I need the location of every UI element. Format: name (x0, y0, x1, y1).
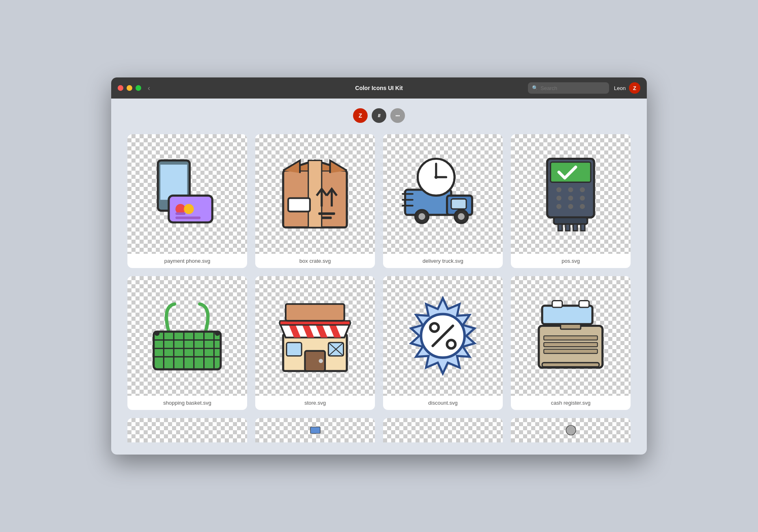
icon-canvas-payment-phone (127, 134, 247, 254)
icon-label-cash-register: cash register.svg (548, 396, 594, 410)
svg-rect-6 (176, 217, 201, 219)
list-item[interactable]: delivery truck.svg (383, 134, 503, 268)
svg-rect-79 (579, 301, 589, 308)
svg-rect-43 (573, 224, 577, 231)
svg-rect-41 (558, 224, 562, 231)
close-button[interactable] (118, 85, 123, 91)
list-item-partial (255, 418, 375, 442)
user-name: Leon (614, 85, 626, 91)
search-icon: 🔍 (532, 85, 538, 91)
collab-avatar-z[interactable]: Z (353, 108, 368, 123)
svg-rect-59 (286, 304, 345, 321)
svg-rect-42 (566, 224, 570, 231)
list-item-partial (127, 418, 247, 442)
user-info: Leon Z (614, 82, 640, 94)
svg-point-24 (458, 213, 465, 220)
icon-canvas-store (255, 276, 375, 396)
collab-avatar-more[interactable]: ••• (390, 108, 405, 123)
svg-point-34 (556, 196, 561, 201)
icon-label-payment-phone: payment phone.svg (161, 254, 213, 268)
svg-rect-14 (322, 217, 332, 219)
svg-point-32 (568, 187, 573, 192)
icon-canvas-discount (383, 276, 503, 396)
svg-rect-44 (581, 224, 585, 231)
icon-label-box-crate: box crate.svg (296, 254, 334, 268)
minimize-button[interactable] (127, 85, 132, 91)
svg-rect-78 (552, 301, 562, 308)
list-item[interactable]: store.svg (255, 276, 375, 410)
svg-point-55 (155, 331, 159, 336)
icon-label-discount: discount.svg (425, 396, 461, 410)
svg-point-37 (556, 204, 561, 209)
list-item[interactable]: cash register.svg (511, 276, 631, 410)
content-area: Z /// ••• (111, 99, 647, 455)
icon-label-shopping-basket: shopping basket.svg (160, 396, 215, 410)
app-window: ‹ Color Icons UI Kit 🔍 Leon Z Z /// ••• (111, 77, 647, 455)
svg-rect-13 (319, 212, 335, 215)
svg-point-56 (215, 331, 220, 336)
list-item[interactable]: box crate.svg (255, 134, 375, 268)
svg-rect-75 (544, 343, 597, 347)
svg-rect-1 (160, 165, 187, 200)
svg-point-36 (580, 196, 585, 201)
svg-rect-40 (554, 217, 588, 224)
svg-rect-76 (544, 350, 597, 354)
window-title: Color Icons UI Kit (355, 85, 403, 91)
svg-point-38 (568, 204, 573, 209)
icon-label-delivery-truck: delivery truck.svg (419, 254, 466, 268)
list-item[interactable]: shopping basket.svg (127, 276, 247, 410)
svg-point-39 (580, 204, 585, 209)
svg-rect-80 (310, 427, 320, 433)
svg-point-22 (419, 213, 426, 220)
list-item[interactable]: payment phone.svg (127, 134, 247, 268)
icon-label-store: store.svg (301, 396, 329, 410)
svg-point-5 (184, 204, 194, 214)
list-item[interactable]: pos.svg (511, 134, 631, 268)
list-item-partial (383, 418, 503, 442)
back-button[interactable]: ‹ (148, 84, 150, 92)
maximize-button[interactable] (136, 85, 141, 91)
icon-canvas-shopping-basket (127, 276, 247, 396)
svg-point-61 (319, 359, 323, 363)
svg-rect-72 (542, 306, 592, 324)
icon-canvas-pos (511, 134, 631, 254)
list-item-partial (511, 418, 631, 442)
bottom-partial-row (127, 418, 631, 442)
svg-rect-10 (288, 198, 310, 212)
search-bar[interactable]: 🔍 (528, 82, 609, 94)
svg-rect-7 (176, 212, 186, 215)
svg-rect-17 (451, 199, 466, 209)
titlebar-right: 🔍 Leon Z (528, 82, 640, 94)
collab-bar: Z /// ••• (127, 108, 631, 123)
list-item[interactable]: discount.svg (383, 276, 503, 410)
icon-canvas-box-crate (255, 134, 375, 254)
traffic-lights (118, 85, 141, 91)
svg-point-35 (568, 196, 573, 201)
search-input[interactable] (541, 85, 605, 91)
icon-label-pos: pos.svg (558, 254, 583, 268)
svg-rect-9 (308, 161, 322, 227)
titlebar: ‹ Color Icons UI Kit 🔍 Leon Z (111, 77, 647, 99)
icon-grid: payment phone.svg (127, 134, 631, 410)
svg-rect-62 (286, 343, 301, 356)
collab-avatar-slash[interactable]: /// (372, 108, 386, 123)
svg-rect-73 (561, 324, 581, 329)
icon-canvas-delivery-truck (383, 134, 503, 254)
svg-rect-74 (544, 336, 597, 340)
svg-point-81 (566, 425, 576, 435)
svg-point-33 (580, 187, 585, 192)
svg-rect-77 (542, 363, 599, 367)
svg-point-31 (556, 187, 561, 192)
icon-canvas-cash-register (511, 276, 631, 396)
user-avatar[interactable]: Z (629, 82, 640, 94)
